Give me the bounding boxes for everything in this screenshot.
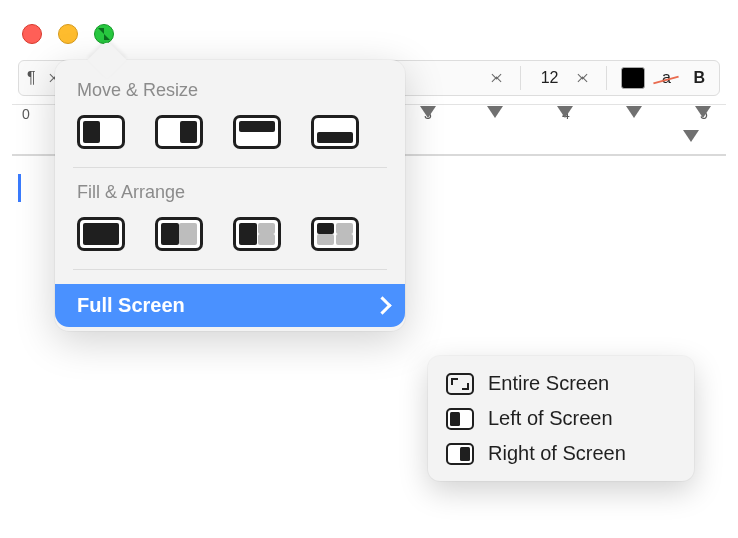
- section-title-move-resize: Move & Resize: [77, 80, 383, 101]
- tile-right-half-button[interactable]: [155, 115, 203, 149]
- text-color-swatch[interactable]: [621, 67, 645, 89]
- full-screen-menu-item[interactable]: Full Screen: [55, 284, 405, 327]
- entire-screen-icon: [446, 373, 474, 395]
- arrange-thirds-button[interactable]: [233, 217, 281, 251]
- tile-left-half-button[interactable]: [77, 115, 125, 149]
- window-tiling-popover: Move & Resize Fill & Arrange Full Screen: [55, 60, 405, 331]
- minimize-window-button[interactable]: [58, 24, 78, 44]
- divider: [73, 269, 387, 270]
- tab-stop-marker[interactable]: [626, 106, 642, 118]
- window-traffic-lights: [22, 24, 114, 44]
- full-screen-label: Full Screen: [77, 294, 185, 317]
- text-cursor: [18, 174, 21, 202]
- bold-button[interactable]: B: [687, 69, 711, 87]
- fill-arrange-row: [55, 215, 405, 267]
- tab-stop-marker[interactable]: [695, 106, 711, 118]
- submenu-label: Entire Screen: [488, 372, 609, 395]
- indent-marker[interactable]: [683, 130, 699, 142]
- close-window-button[interactable]: [22, 24, 42, 44]
- tab-stop-marker[interactable]: [420, 106, 436, 118]
- font-size-stepper[interactable]: [574, 68, 592, 88]
- tile-bottom-half-button[interactable]: [311, 115, 359, 149]
- left-of-screen-option[interactable]: Left of Screen: [436, 401, 686, 436]
- zoom-window-button[interactable]: [94, 24, 114, 44]
- submenu-label: Left of Screen: [488, 407, 613, 430]
- ruler-tick-0: 0: [22, 106, 30, 122]
- move-resize-row: [55, 113, 405, 165]
- entire-screen-option[interactable]: Entire Screen: [436, 366, 686, 401]
- left-of-screen-icon: [446, 408, 474, 430]
- chevron-right-icon: [373, 296, 391, 314]
- right-of-screen-option[interactable]: Right of Screen: [436, 436, 686, 471]
- divider: [73, 167, 387, 168]
- tile-top-half-button[interactable]: [233, 115, 281, 149]
- arrange-halves-button[interactable]: [155, 217, 203, 251]
- tab-stop-marker[interactable]: [487, 106, 503, 118]
- submenu-label: Right of Screen: [488, 442, 626, 465]
- font-family-dropdown[interactable]: [488, 68, 506, 88]
- strikethrough-button[interactable]: a: [655, 69, 677, 87]
- right-of-screen-icon: [446, 443, 474, 465]
- arrange-quarters-button[interactable]: [311, 217, 359, 251]
- fill-screen-button[interactable]: [77, 217, 125, 251]
- tab-stop-marker[interactable]: [557, 106, 573, 118]
- full-screen-submenu: Entire Screen Left of Screen Right of Sc…: [428, 356, 694, 481]
- section-title-fill-arrange: Fill & Arrange: [77, 182, 383, 203]
- font-size-field[interactable]: 12: [535, 67, 565, 89]
